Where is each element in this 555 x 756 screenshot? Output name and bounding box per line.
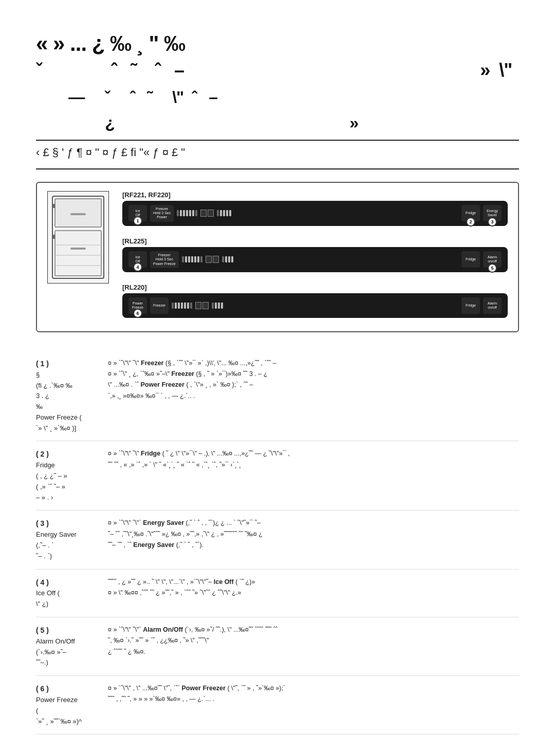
header-description: ‹ £ § ' ƒ ¶ ¤ " ¤ ƒ £ fi "« ƒ ¤ £ " [36, 140, 519, 159]
fridge-image [47, 191, 114, 323]
dot [218, 303, 220, 309]
section-content-3: ¤ » `ˆ\"\" ˜\"` Energy Saver (,˜ ` ˆ , ,… [108, 518, 519, 561]
freezer-label-3: Freezer [153, 304, 165, 308]
dot [220, 210, 222, 216]
display-squares-2 [206, 256, 219, 263]
dot [228, 256, 230, 262]
display-squares-1 [200, 210, 214, 217]
freezer-label-1: FreezerHold 3 SecPower [153, 207, 171, 220]
badge-4: 4 [133, 262, 142, 272]
fridge-label-2: Fridge [466, 257, 476, 261]
title-line2: ˇ ˆ ˜ ˆ – » \" [36, 60, 512, 81]
header-section: « » ... ¿ ‰ ¸ " ‰ ˇ ˆ ˜ ˆ – » \" — ˇ ˆ ˜… [36, 31, 519, 169]
fridge-sketch [47, 191, 109, 284]
page: « » ... ¿ ‰ ¸ " ‰ ˇ ˆ ˜ ˆ – » \" — ˇ ˆ ˜… [0, 0, 555, 756]
svg-rect-1 [55, 199, 101, 227]
svg-rect-7 [70, 248, 86, 250]
freezer-temp-3 [172, 303, 192, 309]
fridge-btn-1[interactable]: Fridge 2 [461, 205, 480, 221]
dot [181, 303, 183, 309]
display-sq [200, 210, 207, 217]
dot [222, 256, 224, 262]
fridge-btn-3[interactable]: Fridge [461, 297, 480, 314]
display-squares-3 [195, 302, 209, 309]
fridge-temp-3 [212, 303, 223, 309]
alarm-btn-2[interactable]: Alarmon/off [483, 297, 502, 314]
title-line1: « » ... ¿ ‰ ¸ " ‰ [36, 31, 185, 55]
display-sq [195, 302, 201, 309]
dot [215, 303, 217, 309]
dot [187, 303, 189, 309]
panel-rf221: IceOff 1 FreezerHold 3 SecPower [122, 201, 508, 226]
display-1 [200, 210, 214, 217]
alarm-label-2: Alarmon/off [488, 301, 497, 310]
section-number-4: ( 4 ) Ice Off ( \" ¿) [36, 577, 108, 610]
dot [190, 303, 192, 309]
dot [172, 303, 174, 309]
dot [197, 256, 199, 262]
dot [178, 303, 180, 309]
section-content-2: ¤ » `ˆ\"\" ˜\" Fridge ( ˜ ¿ \" \"»¯\" – … [108, 448, 519, 503]
panel-rl225-label: [RL225] [122, 237, 508, 245]
section-row-6: ( 6 ) Power Freeze ( `»˜ ¸ »˜˜`‰¤ »)^ ¤ … [36, 676, 519, 734]
freezer-btn-3[interactable]: Freezer [150, 297, 169, 314]
dot [177, 210, 179, 216]
section-row-1: ( 1 ) § (fi ¿ .`‰¤ ‰ 3 . ¿ ‰ Power Freez… [36, 351, 519, 442]
dot [231, 256, 233, 262]
badge-6: 6 [133, 309, 142, 318]
fridge-temp-2 [222, 256, 233, 262]
ice-off-btn-2[interactable]: IceOff 4 [128, 251, 147, 268]
dot [225, 256, 227, 262]
dot [223, 210, 225, 216]
display-2 [206, 256, 219, 263]
power-freeze-btn[interactable]: PowerFreeze 6 [128, 297, 147, 314]
freezer-label-2: FreezerHold 3 SecPower Freeze [153, 253, 176, 266]
section-row-5: ( 5 ) Alarm On/Off (`›.‰¤ »˜– ˜˜–.) ¤ » … [36, 617, 519, 676]
fridge-svg [50, 194, 106, 281]
section-row-3: ( 3 ) Energy Saver (,˜– . ` ˜– . `) ¤ » … [36, 511, 519, 569]
dot [189, 210, 191, 216]
freezer-btn-1[interactable]: FreezerHold 3 SecPower [150, 205, 174, 222]
panel-rl220-label: [RL220] [122, 284, 508, 291]
section-row-2: ( 2 ) Fridge ( , ¿ ¿˜ – » ( ,» `ˆ ˜– » –… [36, 441, 519, 511]
dot [183, 210, 185, 216]
freezer-temp-1 [177, 210, 197, 216]
badge-1: 1 [133, 216, 142, 225]
dot [186, 210, 188, 216]
section-content-1: ¤ » `ˆ\"\" ˜\" Freezer (§ , `ˆ˜ \"»¯ »` … [108, 358, 519, 434]
dot [200, 256, 202, 262]
fridge-label-1: Fridge [466, 211, 476, 215]
title-line3: — ˇ ˆ ˜ \" ˆ – [36, 88, 217, 106]
dot [175, 303, 177, 309]
badge-3: 3 [488, 217, 497, 226]
section-content-5: ¤ » `ˆ\"\" ˜\"` Alarm On/Off (`›, ‰¤ »˜/… [108, 625, 519, 668]
dot [192, 210, 194, 216]
display-sq [213, 256, 219, 263]
dot [195, 210, 197, 216]
dot [191, 256, 193, 262]
fridge-label-3: Fridge [466, 304, 476, 308]
dot [221, 303, 223, 309]
dot [212, 303, 214, 309]
alarm-btn-1[interactable]: Alarmon/off 5 [483, 251, 502, 268]
diagram-section: [RF221, RF220] IceOff 1 FreezerHold 3 Se… [36, 182, 519, 332]
badge-5: 5 [488, 263, 497, 273]
display-3 [195, 302, 209, 309]
dot [229, 210, 231, 216]
ice-off-btn-1[interactable]: IceOff 1 [128, 205, 147, 221]
svg-rect-6 [70, 213, 86, 215]
alarm-label-1: Alarmon/off [488, 255, 497, 264]
panel-rl220: PowerFreeze 6 Freezer [122, 293, 508, 318]
section-number-6: ( 6 ) Power Freeze ( `»˜ ¸ »˜˜`‰¤ »)^ [36, 683, 108, 727]
section-content-6: ¤ » `ˆ\"\" , \" ...‰¤˜˜ \"˜, `ˆ` Power F… [108, 683, 519, 727]
fridge-temp-1 [217, 210, 231, 216]
dot [185, 256, 187, 262]
energy-label-1: EnergySaver [487, 209, 498, 218]
energy-btn-1[interactable]: EnergySaver 3 [483, 205, 502, 221]
dot [180, 210, 182, 216]
panel-rf221-label: [RF221, RF220] [122, 191, 508, 199]
section-row-4: ( 4 ) Ice Off ( \" ¿) ˜˜˜ˆ , ¿ »˜˜ ¿ »..… [36, 570, 519, 617]
fridge-btn-2[interactable]: Fridge [461, 251, 480, 268]
panel-rl225: IceOff 4 FreezerHold 3 SecPower Freeze [122, 247, 508, 272]
freezer-btn-2[interactable]: FreezerHold 3 SecPower Freeze [150, 251, 179, 268]
